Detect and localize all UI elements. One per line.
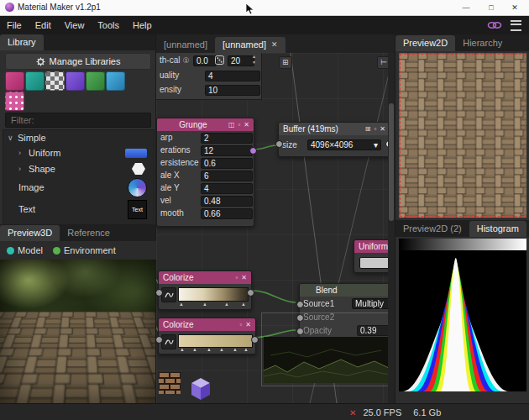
- library-3d-icon[interactable]: [25, 71, 45, 91]
- param-input[interactable]: 0.6: [201, 158, 253, 169]
- minimize-button[interactable]: —: [455, 0, 477, 15]
- tab-hierarchy[interactable]: Hierarchy: [455, 35, 510, 51]
- buffer-icon[interactable]: ◫: [228, 121, 235, 129]
- gradient-marker-icon[interactable]: ▲: [224, 302, 229, 307]
- library-flow-icon[interactable]: [106, 71, 125, 91]
- node-colorize-2[interactable]: Colorize ▫ ✕ ▲ ▲ ▲ ▲ ▲ ▲: [158, 318, 256, 354]
- graph-canvas[interactable]: th-cal ① 0.0 20 ▲ ▼ uality 4 ensity 1: [156, 53, 395, 403]
- param-input[interactable]: 10: [205, 85, 260, 96]
- colorize-header[interactable]: Colorize ▫ ✕: [159, 271, 251, 284]
- blend-header[interactable]: Blend: [300, 284, 395, 297]
- link-icon[interactable]: [487, 20, 502, 30]
- node-close-icon[interactable]: ✕: [241, 274, 247, 281]
- param-input[interactable]: 0.0: [193, 55, 217, 66]
- node-partial-top[interactable]: th-cal ① 0.0 20 ▲ ▼ uality 4 ensity 1: [156, 53, 262, 100]
- manage-libraries-button[interactable]: Manage Libraries: [5, 53, 151, 70]
- cube-thumb[interactable]: [187, 375, 214, 402]
- menu-help[interactable]: Help: [126, 16, 159, 34]
- tab-reference[interactable]: Reference: [60, 225, 118, 241]
- tree-item-shape[interactable]: › Shape: [3, 160, 154, 176]
- gradient-widget[interactable]: [178, 334, 253, 348]
- library-nodes-icon[interactable]: [65, 71, 85, 91]
- close-button[interactable]: ✕: [504, 0, 526, 15]
- tab-unnamed-2[interactable]: [unnamed] ✕: [215, 37, 285, 53]
- selection-region[interactable]: [261, 312, 393, 386]
- spinner-down-icon[interactable]: ▼: [252, 60, 256, 65]
- curve-widget[interactable]: [161, 287, 176, 302]
- tab-histogram[interactable]: Histogram: [469, 221, 526, 237]
- gradient-marker-icon[interactable]: ▲: [179, 302, 184, 307]
- node-close-icon[interactable]: ✕: [380, 125, 385, 133]
- tab-preview2d[interactable]: Preview2D: [395, 35, 455, 51]
- tab-library[interactable]: Library: [0, 34, 44, 50]
- node-buffer[interactable]: Buffer (419ms) ⊞ ▫ ✕ size 4096×4096 ▾: [278, 122, 390, 157]
- output-port[interactable]: [251, 336, 259, 344]
- environment-option[interactable]: Environment: [64, 245, 116, 255]
- node-grunge[interactable]: Grunge ◫ ▫ ✕ arp 2 erations 12 ersistenc…: [156, 118, 254, 227]
- pin-icon[interactable]: ▫: [239, 321, 242, 328]
- tab-preview3d[interactable]: Preview3D: [0, 225, 60, 241]
- pin-icon[interactable]: ▫: [235, 274, 238, 281]
- output-port[interactable]: [249, 147, 257, 155]
- tab-close-icon[interactable]: ✕: [271, 40, 278, 49]
- input-port[interactable]: [275, 140, 283, 148]
- tree-item-simple[interactable]: ∨ Simple: [3, 130, 154, 145]
- param-input[interactable]: 0.66: [201, 208, 253, 219]
- param-input[interactable]: 12: [201, 145, 253, 156]
- grunge-header[interactable]: Grunge ◫ ▫ ✕: [157, 118, 254, 131]
- curve-widget[interactable]: [161, 334, 176, 349]
- tab-unnamed-1[interactable]: [unnamed]: [156, 37, 215, 53]
- spinner-up-icon[interactable]: ▲: [252, 54, 256, 59]
- param-input[interactable]: 4: [201, 183, 253, 194]
- node-colorize-1[interactable]: Colorize ▫ ✕ ▲ ▲ ▲ ▲: [158, 270, 252, 310]
- gradient-marker-icon[interactable]: ▲: [207, 347, 212, 352]
- param-input[interactable]: 6: [201, 171, 253, 181]
- library-base-icon[interactable]: [5, 71, 24, 91]
- library-dots-icon[interactable]: [5, 92, 24, 111]
- library-pattern-icon[interactable]: [45, 71, 65, 91]
- gradient-marker-icon[interactable]: ▲: [244, 347, 249, 352]
- gradient-marker-icon[interactable]: ▲: [219, 347, 224, 352]
- param-input[interactable]: 0.48: [201, 196, 253, 207]
- gradient-marker-icon[interactable]: ▲: [180, 347, 185, 352]
- graph-vscrollbar[interactable]: [388, 53, 395, 403]
- model-option[interactable]: Model: [18, 245, 43, 255]
- output-port[interactable]: [247, 289, 254, 297]
- grid-icon[interactable]: ⊞: [365, 125, 371, 133]
- input-port[interactable]: [296, 301, 304, 308]
- param-input[interactable]: 4: [205, 71, 260, 81]
- menu-edit[interactable]: Edit: [29, 16, 58, 34]
- tab-preview2d-2[interactable]: Preview2D (2): [395, 221, 469, 237]
- param-input[interactable]: 2: [201, 133, 253, 144]
- buffer-header[interactable]: Buffer (419ms) ⊞ ▫ ✕: [279, 123, 390, 135]
- menu-file[interactable]: File: [0, 16, 29, 34]
- gradient-widget[interactable]: [178, 287, 249, 302]
- tree-item-text[interactable]: Text Text: [3, 198, 154, 220]
- gradient-marker-icon[interactable]: ▲: [192, 347, 197, 352]
- size-dropdown[interactable]: 4096×4096 ▾: [307, 139, 381, 150]
- pin-icon[interactable]: ▫: [374, 125, 376, 133]
- param-input[interactable]: 20: [228, 55, 254, 66]
- titlebar[interactable]: Material Maker v1.2p1 — □ ✕: [0, 0, 529, 16]
- node-close-icon[interactable]: ✕: [245, 321, 251, 328]
- filter-input[interactable]: [5, 113, 151, 128]
- tree-item-uniform[interactable]: › Uniform: [3, 145, 154, 160]
- grid-widget-icon[interactable]: ⊞: [279, 56, 292, 69]
- graph-vscroll-thumb[interactable]: [389, 103, 394, 221]
- hamburger-menu-icon[interactable]: [511, 20, 521, 31]
- error-icon[interactable]: ✕: [349, 408, 356, 417]
- preview2d-view[interactable]: [399, 53, 526, 218]
- gradient-marker-icon[interactable]: ▲: [241, 302, 246, 307]
- tree-item-image[interactable]: Image: [3, 176, 154, 198]
- colorize-header[interactable]: Colorize ▫ ✕: [159, 318, 255, 331]
- gradient-marker-icon[interactable]: ▲: [202, 302, 207, 307]
- preview3d-viewport[interactable]: [0, 260, 155, 403]
- bricks-thumb[interactable]: [159, 372, 181, 394]
- dice-icon[interactable]: [215, 55, 224, 65]
- pin-icon[interactable]: ▫: [238, 121, 240, 129]
- node-close-icon[interactable]: ✕: [244, 121, 249, 129]
- library-grid-icon[interactable]: [86, 71, 105, 91]
- maximize-button[interactable]: □: [480, 0, 502, 15]
- menu-tools[interactable]: Tools: [91, 16, 126, 34]
- gradient-marker-icon[interactable]: ▲: [233, 347, 238, 352]
